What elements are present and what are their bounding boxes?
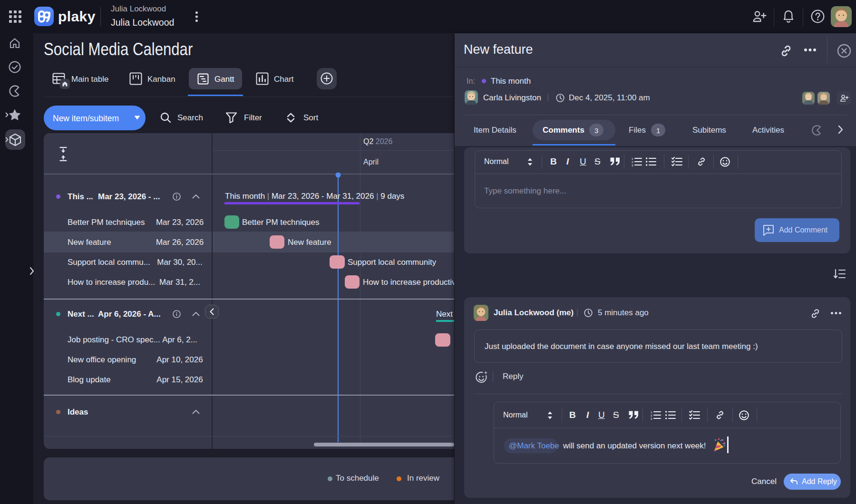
svg-text:3: 3 — [651, 417, 652, 420]
svg-text:1: 1 — [651, 411, 652, 414]
svg-text:3: 3 — [632, 164, 633, 167]
svg-text:2: 2 — [651, 414, 652, 417]
svg-text:2: 2 — [632, 161, 633, 164]
svg-text:1: 1 — [632, 157, 633, 160]
